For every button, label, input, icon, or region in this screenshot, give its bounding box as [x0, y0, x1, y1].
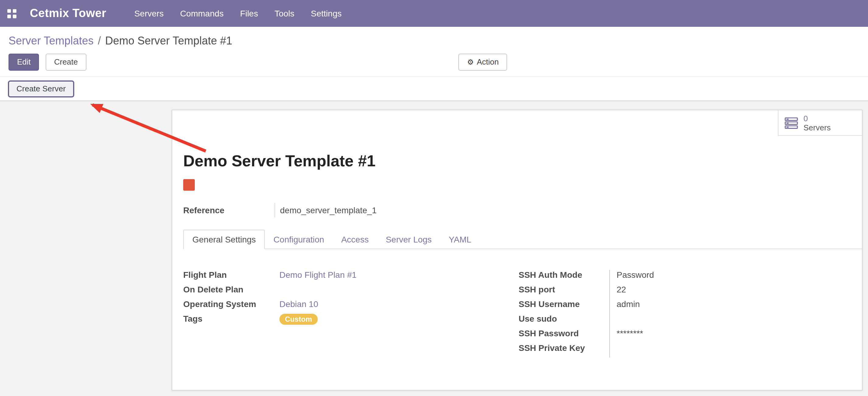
tab-configuration[interactable]: Configuration [265, 230, 333, 249]
left-field-values: Demo Flight Plan #1 Debian 10 Custom [275, 270, 357, 358]
ssh-password-value: ******** [617, 329, 743, 343]
create-server-button[interactable]: Create Server [8, 80, 74, 97]
reference-label: Reference [183, 203, 275, 218]
form-sheet: 0 Servers Demo Server Template #1 Refere… [172, 110, 863, 391]
servers-stat-button[interactable]: 0 Servers [778, 110, 862, 136]
ssh-private-key-label: SSH Private Key [519, 343, 609, 358]
reference-field-row: Reference demo_server_template_1 [183, 203, 862, 218]
on-delete-plan-label: On Delete Plan [183, 284, 275, 299]
servers-stat-icon [785, 117, 799, 129]
top-navbar: Cetmix Tower Servers Commands Files Tool… [0, 0, 868, 27]
servers-stat-label: Servers [804, 123, 831, 132]
tag-badge-custom: Custom [279, 314, 317, 325]
breadcrumb-separator: / [98, 35, 101, 47]
use-sudo-value [617, 314, 743, 329]
operating-system-value-link[interactable]: Debian 10 [279, 299, 318, 309]
ssh-username-value: admin [617, 299, 743, 314]
screen: Cetmix Tower Servers Commands Files Tool… [0, 0, 868, 396]
control-panel-buttons: Edit Create ⚙Action [8, 54, 868, 71]
create-button[interactable]: Create [45, 54, 87, 71]
button-box: 0 Servers [172, 110, 862, 136]
ssh-auth-mode-label: SSH Auth Mode [519, 270, 609, 284]
breadcrumb: Server Templates/Demo Server Template #1 [0, 27, 868, 48]
ssh-port-value: 22 [617, 284, 743, 299]
ssh-auth-mode-value: Password [617, 270, 743, 284]
tab-access[interactable]: Access [333, 230, 377, 249]
right-field-values: Password 22 admin ******** [609, 270, 743, 358]
left-field-group: Flight Plan On Delete Plan Operating Sys… [183, 270, 519, 358]
gear-icon: ⚙ [467, 58, 474, 66]
flight-plan-label: Flight Plan [183, 270, 275, 284]
content-area: 0 Servers Demo Server Template #1 Refere… [0, 101, 868, 396]
apps-grid-icon[interactable] [7, 9, 17, 18]
main-menu: Servers Commands Files Tools Settings [134, 8, 358, 18]
right-field-labels: SSH Auth Mode SSH port SSH Username Use … [519, 270, 609, 358]
ssh-username-label: SSH Username [519, 299, 609, 314]
field-groups: Flight Plan On Delete Plan Operating Sys… [183, 270, 862, 358]
ssh-port-label: SSH port [519, 284, 609, 299]
nav-item-commands[interactable]: Commands [180, 8, 224, 18]
ssh-password-label: SSH Password [519, 329, 609, 343]
edit-button[interactable]: Edit [8, 54, 39, 71]
use-sudo-label: Use sudo [519, 314, 609, 329]
right-field-group: SSH Auth Mode SSH port SSH Username Use … [519, 270, 743, 358]
action-button-label: Action [476, 57, 498, 66]
nav-item-tools[interactable]: Tools [275, 8, 294, 18]
brand-title[interactable]: Cetmix Tower [30, 7, 106, 20]
servers-stat-text: 0 Servers [804, 114, 831, 132]
on-delete-plan-value [279, 284, 357, 299]
reference-value: demo_server_template_1 [275, 203, 377, 218]
servers-stat-count: 0 [804, 114, 831, 123]
tab-yaml[interactable]: YAML [440, 230, 479, 249]
nav-item-settings[interactable]: Settings [311, 8, 341, 18]
notebook-tabs: General Settings Configuration Access Se… [183, 230, 862, 249]
tab-general-settings[interactable]: General Settings [183, 230, 265, 249]
status-bar: Create Server [0, 76, 868, 101]
operating-system-label: Operating System [183, 299, 275, 314]
flight-plan-value-link[interactable]: Demo Flight Plan #1 [279, 270, 357, 280]
ssh-private-key-value [617, 343, 743, 358]
nav-item-files[interactable]: Files [240, 8, 258, 18]
action-button[interactable]: ⚙Action [459, 54, 507, 71]
color-swatch [183, 179, 195, 191]
tab-server-logs[interactable]: Server Logs [377, 230, 440, 249]
left-field-labels: Flight Plan On Delete Plan Operating Sys… [183, 270, 275, 358]
breadcrumb-current: Demo Server Template #1 [105, 35, 232, 47]
tags-label: Tags [183, 314, 275, 329]
record-title: Demo Server Template #1 [183, 152, 862, 171]
nav-item-servers[interactable]: Servers [134, 8, 163, 18]
breadcrumb-parent-link[interactable]: Server Templates [8, 35, 93, 47]
